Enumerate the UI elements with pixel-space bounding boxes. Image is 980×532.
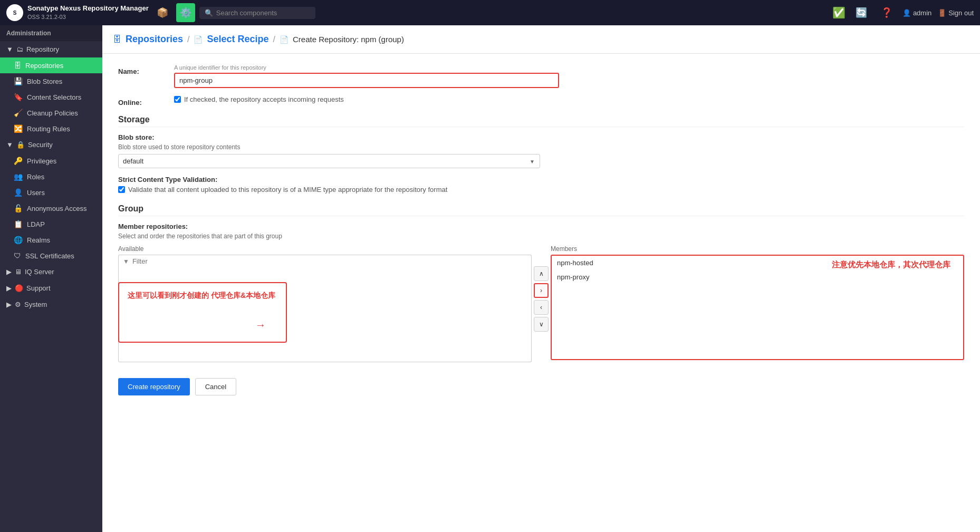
sidebar-item-realms[interactable]: 🌐 Realms <box>0 232 102 248</box>
members-list[interactable]: npm-hosted npm-proxy <box>551 255 964 360</box>
sidebar-item-ldap[interactable]: 📋 LDAP <box>0 216 102 232</box>
name-hint: A unique identifier for this repository <box>174 64 964 71</box>
repositories-label: Repositories <box>25 62 63 70</box>
members-header: Members <box>551 245 964 253</box>
storage-section-header: Storage <box>118 115 964 127</box>
sidebar-item-content-selectors[interactable]: 🔖 Content Selectors <box>0 89 102 105</box>
help-icon[interactable]: ❓ <box>877 3 896 22</box>
anonymous-icon: 🔓 <box>14 204 23 212</box>
status-ok-icon[interactable]: ✅ <box>832 6 846 19</box>
remove-btn[interactable]: ‹ <box>534 300 549 315</box>
filter-icon: ▼ <box>123 258 129 265</box>
strict-label: Strict Content Type Validation: <box>118 176 964 183</box>
sidebar-item-users[interactable]: 👤 Users <box>0 185 102 200</box>
cancel-btn[interactable]: Cancel <box>195 378 236 395</box>
member-repos-hint: Select and order the repositories that a… <box>118 233 964 240</box>
filter-input[interactable] <box>132 257 527 265</box>
online-checkbox[interactable] <box>174 96 181 103</box>
sidebar-item-anonymous-access[interactable]: 🔓 Anonymous Access <box>0 200 102 216</box>
sidebar-item-ssl-certificates[interactable]: 🛡 SSL Certificates <box>0 248 102 264</box>
blob-store-label: Blob store: <box>118 133 964 141</box>
routing-rules-label: Routing Rules <box>27 125 70 133</box>
transfer-buttons: ∧ › ‹ ∨ <box>534 245 549 332</box>
content-selectors-icon: 🔖 <box>14 93 23 101</box>
brand-logo: S <box>6 4 23 21</box>
signout-icon: 🚪 <box>938 9 946 17</box>
ldap-label: LDAP <box>27 220 45 228</box>
sidebar-group-repository[interactable]: ▼ 🗂 Repository <box>0 41 102 57</box>
settings-icon-btn[interactable]: ⚙️ <box>176 3 195 22</box>
user-menu[interactable]: 👤 admin <box>902 9 931 17</box>
blob-stores-label: Blob Stores <box>27 78 62 85</box>
repositories-breadcrumb-icon: 🗄 <box>113 35 121 44</box>
roles-icon: 👥 <box>14 172 23 181</box>
sidebar-item-cleanup-policies[interactable]: 🧹 Cleanup Policies <box>0 105 102 121</box>
sidebar-item-roles[interactable]: 👥 Roles <box>0 169 102 185</box>
blob-store-section: Blob store: Blob store used to store rep… <box>118 133 964 168</box>
breadcrumb-select-recipe[interactable]: Select Recipe <box>207 34 268 45</box>
repository-group-icon: 🗂 <box>16 45 23 53</box>
sidebar-group-security[interactable]: ▼ 🔒 Security <box>0 137 102 153</box>
breadcrumb: 🗄 Repositories / 📄 Select Recipe / 📄 Cre… <box>102 25 980 54</box>
form-area: Name: A unique identifier for this repos… <box>102 54 980 406</box>
blob-stores-icon: 💾 <box>14 77 23 85</box>
sidebar-group-support[interactable]: ▶ 🔴 Support <box>0 280 102 296</box>
search-input[interactable] <box>216 9 301 17</box>
navbar: S Sonatype Nexus Repository Manager OSS … <box>0 0 980 25</box>
chevron-down-icon-security: ▼ <box>6 141 13 149</box>
security-group-icon: 🔒 <box>16 141 25 149</box>
privileges-icon: 🔑 <box>14 157 23 165</box>
move-down-btn[interactable]: ∨ <box>534 317 549 332</box>
cleanup-policies-label: Cleanup Policies <box>27 109 78 117</box>
ssl-icon: 🛡 <box>14 252 21 260</box>
strict-hint: Validate that all content uploaded to th… <box>128 186 447 194</box>
main-content: 🗄 Repositories / 📄 Select Recipe / 📄 Cre… <box>102 25 980 532</box>
create-repository-btn[interactable]: Create repository <box>118 378 190 395</box>
chevron-down-icon: ▼ <box>6 45 13 53</box>
member-npm-hosted[interactable]: npm-hosted <box>552 256 963 270</box>
ldap-icon: 📋 <box>14 220 23 228</box>
transfer-section: Available ▼ ∧ › ‹ ∨ <box>118 245 964 362</box>
sidebar-item-repositories[interactable]: 🗄 Repositories <box>0 57 102 73</box>
transfer-layout: Available ▼ ∧ › ‹ ∨ <box>118 245 964 362</box>
content-selectors-label: Content Selectors <box>27 93 81 101</box>
member-npm-proxy[interactable]: npm-proxy <box>552 270 963 284</box>
strict-checkbox-row: Validate that all content uploaded to th… <box>118 186 964 194</box>
search-box: 🔍 <box>199 7 315 19</box>
add-btn[interactable]: › <box>534 283 549 298</box>
brand: S Sonatype Nexus Repository Manager OSS … <box>6 4 149 21</box>
routing-rules-icon: 🔀 <box>14 124 23 133</box>
repositories-icon: 🗄 <box>14 61 21 70</box>
signout-btn[interactable]: 🚪 Sign out <box>938 9 974 17</box>
search-icon: 🔍 <box>205 9 213 17</box>
roles-label: Roles <box>27 173 44 181</box>
support-group-label: Support <box>26 284 51 292</box>
online-label: Online: <box>118 95 166 107</box>
sidebar-group-system[interactable]: ▶ ⚙ System <box>0 296 102 313</box>
system-group-label: System <box>24 301 47 308</box>
available-header: Available <box>118 245 532 253</box>
strict-checkbox[interactable] <box>118 186 125 193</box>
name-input[interactable] <box>174 73 559 88</box>
brand-text: Sonatype Nexus Repository Manager OSS 3.… <box>27 4 149 21</box>
username-label: admin <box>913 9 931 17</box>
available-column: Available ▼ <box>118 245 532 362</box>
sidebar-item-routing-rules[interactable]: 🔀 Routing Rules <box>0 121 102 137</box>
strict-validation-section: Strict Content Type Validation: Validate… <box>118 176 964 194</box>
move-up-btn[interactable]: ∧ <box>534 266 549 281</box>
filter-input-wrapper: ▼ <box>118 255 532 267</box>
available-list[interactable] <box>118 267 532 362</box>
member-repos-section: Member repositories: Select and order th… <box>118 223 964 240</box>
anonymous-label: Anonymous Access <box>27 205 87 212</box>
refresh-icon[interactable]: 🔄 <box>852 3 871 22</box>
sidebar-item-privileges[interactable]: 🔑 Privileges <box>0 153 102 169</box>
sidebar-item-blob-stores[interactable]: 💾 Blob Stores <box>0 73 102 89</box>
sidebar-group-iq[interactable]: ▶ 🖥 IQ Server <box>0 264 102 280</box>
iq-group-icon: 🖥 <box>15 268 22 276</box>
repository-group-label: Repository <box>26 45 59 53</box>
box-icon-btn[interactable]: 📦 <box>153 3 172 22</box>
breadcrumb-repositories[interactable]: Repositories <box>126 34 183 45</box>
blob-store-select[interactable]: default <box>118 154 540 168</box>
sidebar-admin-header: Administration <box>0 25 102 41</box>
user-icon: 👤 <box>902 9 911 17</box>
